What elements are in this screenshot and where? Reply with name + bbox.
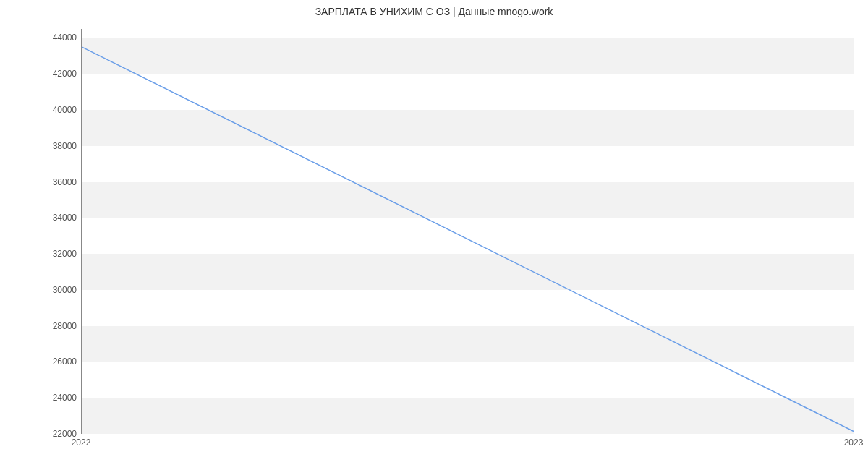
y-tick-label: 28000 [19,321,77,331]
y-tick-label: 22000 [19,429,77,439]
y-tick-label: 44000 [19,33,77,43]
y-tick-label: 38000 [19,141,77,151]
plot-area [81,29,854,434]
y-tick-label: 30000 [19,285,77,295]
salary-line [82,47,854,432]
y-tick-label: 36000 [19,177,77,187]
y-tick-label: 42000 [19,69,77,79]
y-tick-label: 34000 [19,213,77,223]
x-tick-label: 2023 [844,437,864,448]
y-tick-label: 40000 [19,105,77,115]
chart-title: ЗАРПЛАТА В УНИХИМ С ОЗ | Данные mnogo.wo… [0,6,868,17]
chart-line-layer [82,29,854,433]
x-tick-label: 2022 [72,437,91,448]
y-tick-label: 24000 [19,393,77,403]
y-tick-label: 32000 [19,249,77,259]
y-tick-label: 26000 [19,356,77,367]
